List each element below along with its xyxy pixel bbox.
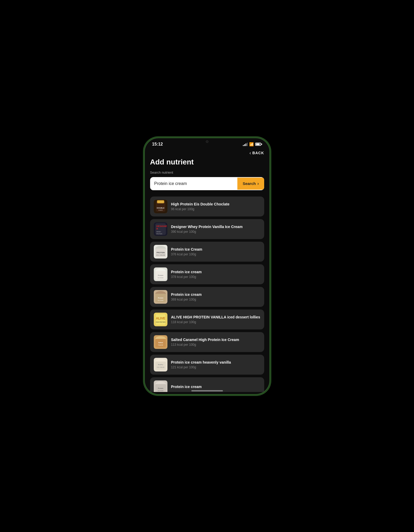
svg-text:Protein: Protein: [158, 388, 163, 389]
search-label: Search nutrient: [150, 171, 264, 174]
list-item[interactable]: ALIVEHIGH PROTEIN AL!VE HIGH PROTEIN VAN…: [150, 309, 264, 329]
list-item[interactable]: DOUBLECHOC High Protein Eis Double Chocl…: [150, 197, 264, 216]
item-info: Designer Whey Protein Vanilla Ice Cream …: [171, 224, 260, 234]
svg-rect-38: [155, 361, 166, 370]
item-info: High Protein Eis Double Choclate 96 kcal…: [171, 202, 260, 211]
phone-frame: 15:12 📶: [144, 137, 270, 395]
item-info: Salted Caramel High Protein Ice Cream 11…: [171, 337, 260, 347]
svg-rect-3: [157, 201, 164, 203]
camera-dot: [206, 140, 208, 143]
item-name: Protein ice cream heavenly vanilla: [171, 360, 260, 365]
page-title: Add nutrient: [150, 158, 264, 166]
search-input[interactable]: [150, 177, 238, 190]
item-name: High Protein Eis Double Choclate: [171, 202, 260, 206]
list-item[interactable]: SaltedCaramel Salted Caramel High Protei…: [150, 332, 264, 352]
item-info: Protein Ice Cream 376 kcal per 100g: [171, 247, 260, 256]
svg-text:ALIVE: ALIVE: [156, 317, 165, 320]
item-name: Salted Caramel High Protein Ice Cream: [171, 337, 260, 342]
item-info: AL!VE HIGH PROTEIN VANILLA iced dessert …: [171, 315, 260, 324]
item-name: Protein ice cream: [171, 292, 260, 297]
svg-text:PROTEIN: PROTEIN: [156, 252, 165, 254]
back-label: BACK: [252, 151, 264, 155]
svg-text:R: R: [156, 228, 158, 230]
search-chevron-icon: ›: [257, 181, 259, 186]
svg-text:CHOC: CHOC: [158, 209, 163, 211]
item-calories: 118 kcal per 100g: [171, 320, 260, 324]
item-calories: 96 kcal per 100g: [171, 207, 260, 211]
search-bar: Search ›: [150, 177, 264, 190]
battery-icon: [255, 143, 262, 146]
item-info: Protein ice cream heavenly vanilla 121 k…: [171, 360, 260, 369]
svg-text:Protein: Protein: [158, 297, 163, 299]
item-calories: 369 kcal per 100g: [171, 298, 260, 301]
back-button[interactable]: ‹ BACK: [249, 150, 264, 156]
item-name: Protein ice cream: [171, 384, 260, 389]
result-list: DOUBLECHOC High Protein Eis Double Chocl…: [150, 197, 264, 392]
svg-text:Protein: Protein: [158, 275, 163, 276]
svg-text:ice cream: ice cream: [158, 390, 163, 391]
power-button[interactable]: [270, 188, 270, 204]
svg-text:ice cream: ice cream: [158, 277, 163, 278]
list-item[interactable]: DESIGNERWHEYPROTEIN Designer Whey Protei…: [150, 219, 264, 239]
item-info: Protein ice cream: [171, 384, 260, 390]
svg-text:ICE CREAM: ICE CREAM: [157, 366, 164, 368]
item-image: DOUBLECHOC: [154, 200, 167, 213]
item-calories: 376 kcal per 100g: [171, 252, 260, 256]
volume-up-button[interactable]: [144, 180, 145, 190]
item-image: Proteinice cream: [154, 380, 167, 392]
svg-text:ice cream: ice cream: [158, 299, 163, 301]
screen-content: ‹ BACK Add nutrient Search nutrient Sear…: [145, 147, 269, 392]
list-item[interactable]: ProPurICE CREAM Protein ice cream heaven…: [150, 355, 264, 375]
back-row: ‹ BACK: [150, 150, 264, 156]
item-calories: 390 kcal per 100g: [171, 230, 260, 234]
item-image: ProPurICE CREAM: [154, 358, 167, 371]
status-icons: 📶: [243, 142, 262, 146]
list-item[interactable]: PROTEINICE CREAM Protein Ice Cream 376 k…: [150, 242, 264, 262]
item-image: ALIVEHIGH PROTEIN: [154, 313, 167, 326]
svg-text:ProPur: ProPur: [158, 364, 163, 365]
home-indicator: [191, 390, 223, 391]
svg-text:DESIGNE: DESIGNE: [156, 225, 167, 228]
item-name: Protein Ice Cream: [171, 247, 260, 252]
svg-text:Caramel: Caramel: [158, 344, 163, 346]
svg-text:PROTEIN: PROTEIN: [156, 233, 162, 235]
list-item[interactable]: Proteinice cream Protein ice cream: [150, 377, 264, 392]
svg-text:WHEY: WHEY: [156, 231, 161, 233]
item-image: PROTEINICE CREAM: [154, 245, 167, 259]
back-chevron-icon: ‹: [249, 150, 251, 156]
phone-screen: 15:12 📶: [145, 138, 269, 394]
item-image: SaltedCaramel: [154, 335, 167, 349]
item-info: Protein ice cream 378 kcal per 100g: [171, 270, 260, 279]
list-item[interactable]: Proteinice cream Protein ice cream 378 k…: [150, 264, 264, 284]
item-image: Proteinice cream: [154, 267, 167, 281]
list-item[interactable]: Proteinice cream Protein ice cream 369 k…: [150, 287, 264, 307]
svg-text:HIGH PROTEIN: HIGH PROTEIN: [156, 321, 165, 323]
item-calories: 113 kcal per 100g: [171, 343, 260, 347]
item-info: Protein ice cream 369 kcal per 100g: [171, 292, 260, 301]
volume-down-button[interactable]: [144, 193, 145, 203]
search-button-label: Search: [243, 181, 256, 186]
item-name: Designer Whey Protein Vanilla Ice Cream: [171, 224, 260, 229]
svg-text:ICE CREAM: ICE CREAM: [156, 254, 165, 256]
status-time: 15:12: [152, 142, 163, 147]
item-name: Protein ice cream: [171, 270, 260, 274]
svg-text:DOUBLE: DOUBLE: [157, 207, 165, 209]
wifi-icon: 📶: [249, 142, 254, 146]
search-button[interactable]: Search ›: [237, 178, 264, 190]
signal-icon: [243, 142, 248, 146]
item-calories: 378 kcal per 100g: [171, 275, 260, 279]
svg-text:Salted: Salted: [158, 342, 163, 343]
item-calories: 121 kcal per 100g: [171, 365, 260, 369]
notch: [191, 138, 223, 146]
item-name: AL!VE HIGH PROTEIN VANILLA iced dessert …: [171, 315, 260, 319]
item-image: DESIGNERWHEYPROTEIN: [154, 222, 167, 236]
item-image: Proteinice cream: [154, 290, 167, 304]
